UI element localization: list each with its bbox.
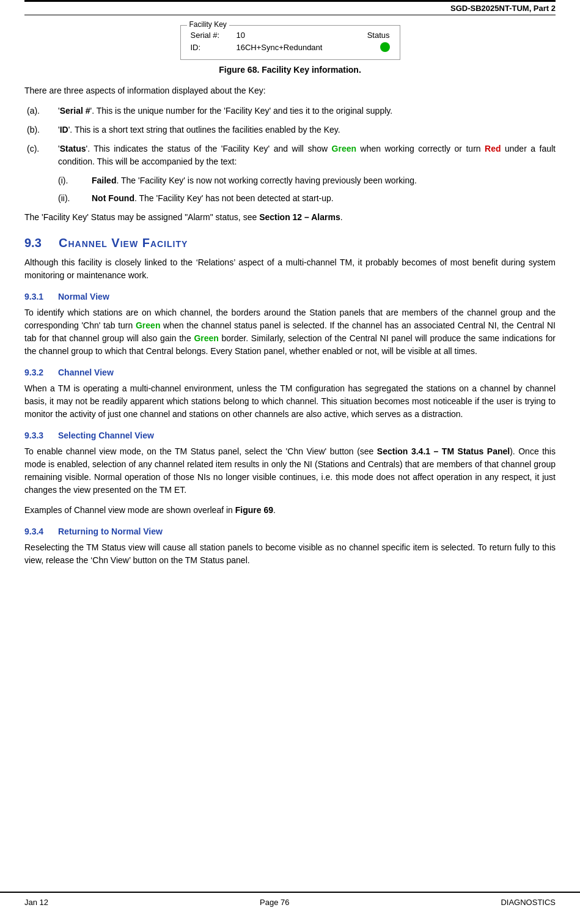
footer: Jan 12 Page 76 DIAGNOSTICS [0,892,580,912]
section-932-body: When a TM is operating a multi-channel e… [24,382,556,421]
section-931-heading: 9.3.1 Normal View [24,292,556,301]
figure-caption: Figure 68. Facility Key information. [219,65,361,75]
alarm-text: The 'Facility Key' Status may be assigne… [24,211,556,224]
green-status-circle [380,42,390,52]
list-item-c: (c). 'Status'. This indicates the status… [24,142,556,168]
footer-left: Jan 12 [24,898,48,907]
status-label: Status [367,31,390,40]
section-934-number: 9.3.4 [24,527,58,536]
section-932-title: Channel View [58,368,114,377]
section-933-figure-ref: Examples of Channel view mode are shown … [24,504,556,517]
section-93-heading: 9.3 Channel View Facility [24,236,556,250]
section-93-body: Although this facility is closely linked… [24,256,556,282]
id-label: ID: [191,43,237,52]
section-933-heading: 9.3.3 Selecting Channel View [24,431,556,440]
serial-hash-bold: Serial # [60,106,90,116]
section-932-number: 9.3.2 [24,368,58,377]
intro-text: There are three aspects of information d… [24,84,556,97]
header-title: SGD-SB2025NT-TUM, Part 2 [450,4,556,13]
not-found-bold: Not Found [92,193,134,203]
failed-bold: Failed [92,176,116,185]
id-value: 16CH+Sync+Redundant [237,43,375,52]
sub-list-label-ii: (ii). [58,192,92,205]
list-content-a: 'Serial #'. This is the unique number fo… [58,105,556,117]
serial-label: Serial #: [191,31,237,40]
facility-key-row-id: ID: 16CH+Sync+Redundant [191,42,390,52]
sub-list-item-ii: (ii). Not Found. The 'Facility Key' has … [58,192,556,205]
figure69-ref: Figure 69 [235,505,273,515]
list-item-b: (b). 'ID'. This is a short text string t… [24,124,556,136]
section-933-number: 9.3.3 [24,431,58,440]
sub-list-content-i: Failed. The 'Facility Key' is now not wo… [92,174,556,187]
sub-list-label-i: (i). [58,174,92,187]
serial-value: 10 [237,31,367,40]
green-text-931a: Green [136,320,160,330]
header-bar: SGD-SB2025NT-TUM, Part 2 [24,0,556,15]
section-933-title: Selecting Channel View [58,431,154,440]
section-934-body: Reselecting the TM Status view will caus… [24,541,556,567]
section-931-number: 9.3.1 [24,292,58,301]
list-label-c: (c). [24,142,58,168]
list-item-a: (a). 'Serial #'. This is the unique numb… [24,105,556,117]
section-934-title: Returning to Normal View [58,527,163,536]
facility-key-legend: Facility Key [187,20,229,29]
section-932-heading: 9.3.2 Channel View [24,368,556,377]
section-931-title: Normal View [58,292,109,301]
section-93-title: Channel View Facility [59,236,188,250]
list-content-c: 'Status'. This indicates the status of t… [58,142,556,168]
id-bold: ID [60,125,68,135]
section-931-body: To identify which stations are on which … [24,306,556,358]
list-label-b: (b). [24,124,58,136]
list-content-b: 'ID'. This is a short text string that o… [58,124,556,136]
figure-caption-bold: Figure 68. Facility Key information. [219,65,361,75]
section-933-body: To enable channel view mode, on the TM S… [24,445,556,497]
footer-right: DIAGNOSTICS [501,898,556,907]
sub-list-item-i: (i). Failed. The 'Facility Key' is now n… [58,174,556,187]
section-93-number: 9.3 [24,236,49,250]
status-bold: Status [60,144,86,153]
green-text-working: Green [332,144,356,153]
figure-container: Facility Key Serial #: 10 Status ID: 16C… [24,25,556,75]
green-text-931b: Green [194,333,218,343]
section12-ref: Section 12 – Alarms [259,212,340,222]
section341-ref: Section 3.4.1 – TM Status Panel [377,446,510,456]
sub-list-content-ii: Not Found. The 'Facility Key' has not be… [92,192,556,205]
facility-key-row-serial: Serial #: 10 Status [191,31,390,40]
facility-key-box: Facility Key Serial #: 10 Status ID: 16C… [180,25,400,60]
footer-center: Page 76 [260,898,289,907]
section-934-heading: 9.3.4 Returning to Normal View [24,527,556,536]
red-text-fault: Red [485,144,501,153]
list-label-a: (a). [24,105,58,117]
